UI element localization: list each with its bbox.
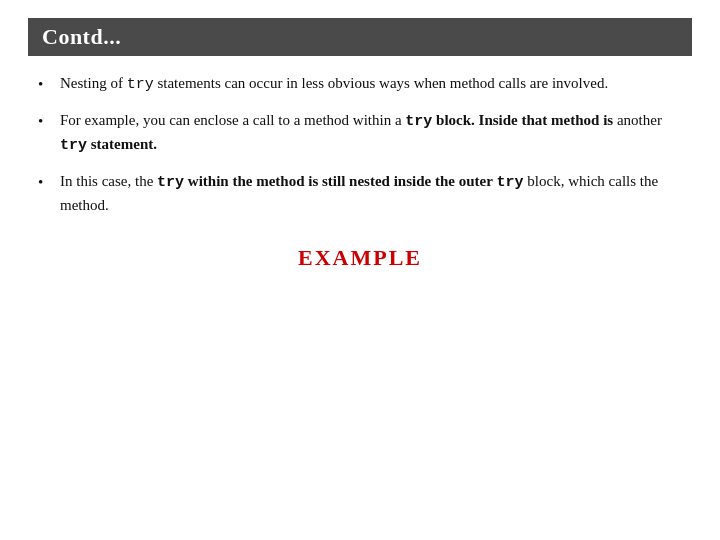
keyword-try-1: try [127,76,154,93]
list-item: • For example, you can enclose a call to… [38,109,682,158]
title-text: Contd... [42,24,121,49]
bullet-list: • Nesting of try statements can occur in… [38,72,682,217]
bullet-text-1: Nesting of try statements can occur in l… [60,72,682,97]
keyword-try-2: try [405,113,432,130]
page-title: Contd... [28,18,692,56]
example-label: EXAMPLE [38,245,682,271]
list-item: • Nesting of try statements can occur in… [38,72,682,97]
keyword-try-3: try [60,137,87,154]
bullet-dot: • [38,110,52,133]
keyword-try-5: try [497,174,524,191]
bold-text-4: within the method is still nested inside… [188,173,493,189]
content-area: • Nesting of try statements can occur in… [28,72,692,271]
list-item: • In this case, the try within the metho… [38,170,682,217]
bullet-dot: • [38,73,52,96]
page-container: Contd... • Nesting of try statements can… [0,0,720,540]
bullet-text-3: In this case, the try within the method … [60,170,682,217]
bullet-dot: • [38,171,52,194]
keyword-try-4: try [157,174,184,191]
bold-text-2: block. Inside that method is [436,112,613,128]
bold-text-3: statement. [91,136,157,152]
bullet-text-2: For example, you can enclose a call to a… [60,109,682,158]
